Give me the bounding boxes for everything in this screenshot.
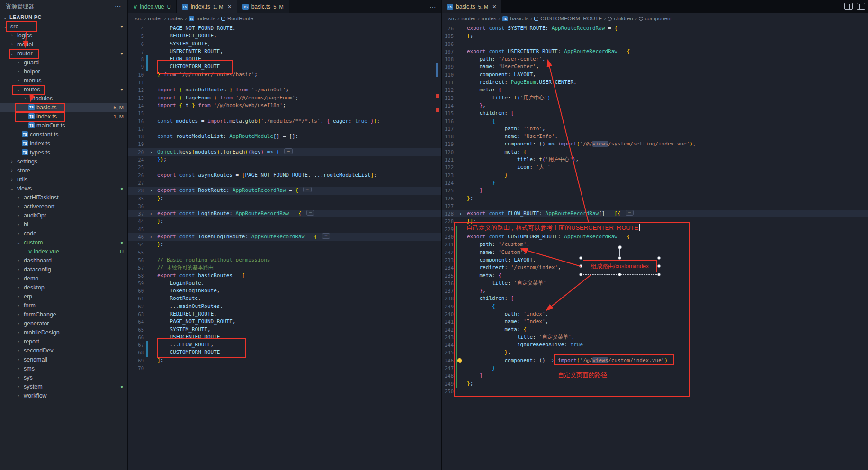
folded-region-badge[interactable]: ⋯ [303,187,311,192]
tree-item-mobileDesign[interactable]: ›mobileDesign [0,328,127,337]
code-line-109[interactable]: 109 name: 'UserCenter', [442,63,868,71]
code-line-126[interactable]: 126}; [442,195,868,202]
tree-item-workflow[interactable]: ›workflow [0,391,127,400]
code-line-7[interactable]: 7 USERCENTER_ROUTE, [128,48,441,55]
rotate-handle[interactable] [618,245,622,249]
explorer-more-actions-icon[interactable]: ⋯ [115,2,122,10]
code-line-244[interactable]: 244 ignoreKeepAlive: true [442,341,868,349]
code-line-57[interactable]: 57// 未经许可的基本路由 [128,264,441,271]
code-line-35[interactable]: 35}; [128,195,441,202]
tree-item-types.ts[interactable]: TStypes.ts [0,148,127,157]
selection-handle[interactable] [657,256,661,260]
close-icon[interactable]: × [492,3,496,10]
code-line-76[interactable]: 76export const SYSTEM_ROUTE: AppRouteRec… [442,25,868,32]
breadcrumb-item-RootRoute[interactable]: RootRoute [221,16,253,21]
selection-handle[interactable] [579,273,582,276]
tree-item-bi[interactable]: ›bi [0,220,127,229]
code-line-56[interactable]: 56// Basic routing without permissions [128,256,441,264]
code-line-125[interactable]: 125 ] [442,187,868,194]
code-line-108[interactable]: 108 path: '/user-center', [442,55,868,63]
breadcrumb-item-component[interactable]: component [639,16,672,21]
tree-item-logics[interactable]: ›logics [0,31,127,40]
tree-item-modules[interactable]: ›modules [0,94,127,103]
code-line-113[interactable]: 113 title: t('用户中心') [442,94,868,102]
tree-item-sms[interactable]: ›sms [0,364,127,373]
breadcrumb-item-src[interactable]: src [448,16,456,21]
code-line-246[interactable]: 246 component: () => import('/@/views/cu… [442,357,868,364]
workspace-root[interactable]: ⌄ LEARUN PC [0,12,127,22]
code-line-247[interactable]: 247 } [442,364,868,372]
tree-item-activereport[interactable]: ›activereport [0,202,127,211]
breadcrumb-item-router[interactable]: router [148,16,162,21]
code-line-65[interactable]: 65 SYSTEM_ROUTE, [128,326,441,334]
tree-item-dashboard[interactable]: ›dashboard [0,256,127,265]
code-line-128[interactable]: 128›export const FLOW_ROUTE: AppRouteRec… [442,210,868,217]
code-line-115[interactable]: 115 children: [ [442,109,868,117]
code-line-70[interactable]: 70 [128,364,441,372]
tree-item-index.ts[interactable]: TSindex.ts [0,139,127,148]
code-line-242[interactable]: 242 meta: { [442,326,868,334]
code-line-239[interactable]: 239 { [442,303,868,310]
breadcrumb-item-routes[interactable]: routes [481,16,496,21]
code-line-26[interactable]: 26export const asyncRoutes = [PAGE_NOT_F… [128,172,441,179]
code-line-105[interactable]: 105}; [442,32,868,40]
code-line-19[interactable]: 19 [128,140,441,148]
tree-item-guard[interactable]: ›guard [0,58,127,67]
code-line-24[interactable]: 24}); [128,156,441,163]
tree-item-basic.ts[interactable]: TSbasic.ts5, M [0,103,127,112]
folded-region-badge[interactable]: ⋯ [306,210,314,216]
tree-item-formChange[interactable]: ›formChange [0,310,127,319]
code-line-241[interactable]: 241 name: 'Index', [442,318,868,325]
tree-item-menus[interactable]: ›menus [0,76,127,85]
tree-item-src[interactable]: ⌄src● [0,22,127,31]
breadcrumb-item-CUSTOMFORM_ROUTE[interactable]: CUSTOMFORM_ROUTE [534,16,602,21]
code-line-238[interactable]: 238 children: [ [442,295,868,302]
scrollbar-slider[interactable] [436,63,438,77]
tree-item-custom[interactable]: ⌄custom● [0,238,127,247]
code-line-66[interactable]: 66 USERCENTER_ROUTE, [128,334,441,341]
code-line-230[interactable]: 230export const CUSTOMFORM_ROUTE: AppRou… [442,233,868,241]
code-line-45[interactable]: 45 [128,226,441,233]
folded-region-badge[interactable]: ⋯ [626,210,634,216]
code-line-67[interactable]: 67 ...FLOW_ROUTE, [128,341,441,349]
code-line-62[interactable]: 62 ...mainOutRoutes, [128,303,441,310]
code-line-28[interactable]: 28›export const RootRoute: AppRouteRecor… [128,187,441,194]
code-line-231[interactable]: 231 path: '/custom', [442,241,868,248]
tree-item-store[interactable]: ›store [0,166,127,175]
code-line-6[interactable]: 6 SYSTEM_ROUTE, [128,40,441,48]
tree-item-dataconfig[interactable]: ›dataconfig [0,265,127,274]
code-line-123[interactable]: 123 } [442,172,868,179]
selection-handle[interactable] [618,256,621,260]
tab-index.vue[interactable]: Vindex.vueU [128,0,177,13]
tree-item-report[interactable]: ›report [0,337,127,346]
code-line-12[interactable]: 12import { mainOutRoutes } from './mainO… [128,86,441,94]
code-editor-left[interactable]: 4 PAGE_NOT_FOUND_ROUTE,5 REDIRECT_ROUTE,… [128,24,441,372]
breadcrumb-item-index.ts[interactable]: TSindex.ts [188,16,215,22]
code-line-249[interactable]: 249}; [442,380,868,388]
tree-item-settings[interactable]: ›settings [0,157,127,166]
code-line-120[interactable]: 120 meta: { [442,148,868,156]
code-line-236[interactable]: 236 title: '自定义菜单' [442,280,868,287]
selection-handle[interactable] [657,264,661,268]
fold-chevron-icon[interactable]: › [148,233,154,241]
code-line-61[interactable]: 61 RootRoute, [128,295,441,302]
code-line-63[interactable]: 63 REDIRECT_ROUTE, [128,310,441,318]
code-editor-right[interactable]: 76export const SYSTEM_ROUTE: AppRouteRec… [442,24,868,395]
tree-item-sys[interactable]: ›sys [0,373,127,382]
tab-basic.ts[interactable]: TSbasic.ts5, M [237,0,289,13]
tree-item-erp[interactable]: ›erp [0,292,127,301]
selection-handle[interactable] [657,273,661,276]
code-line-127[interactable]: 127 [442,202,868,210]
tree-item-secondDev[interactable]: ›secondDev [0,346,127,355]
fold-chevron-icon[interactable]: › [148,210,154,217]
code-line-18[interactable]: 18const routeModuleList: AppRouteModule[… [128,133,441,140]
folded-region-badge[interactable]: ⋯ [284,148,292,154]
tree-item-constant.ts[interactable]: TSconstant.ts [0,130,127,139]
code-line-13[interactable]: 13import { PageEnum } from '/@/enums/pag… [128,94,441,102]
breadcrumb-item-basic.ts[interactable]: TSbasic.ts [502,16,528,22]
code-line-10[interactable]: 10} from '/@/router/routes/basic'; [128,71,441,79]
code-line-240[interactable]: 240 path: 'index', [442,310,868,318]
tree-item-mainOut.ts[interactable]: TSmainOut.ts [0,121,127,130]
selection-handle[interactable] [579,264,582,268]
selection-handle[interactable] [579,256,582,260]
